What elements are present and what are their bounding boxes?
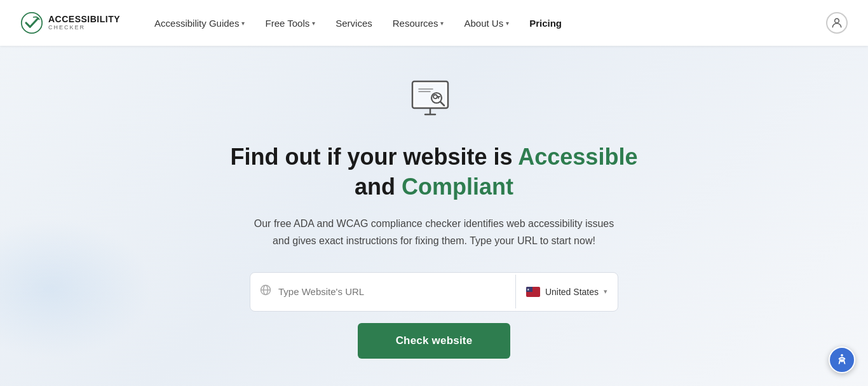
user-account-button[interactable] (826, 12, 848, 34)
svg-point-1 (835, 18, 839, 23)
chevron-down-icon: ▾ (604, 287, 607, 296)
logo-text: ACCESSIBILITY CHECKER (48, 15, 120, 31)
chevron-down-icon: ▾ (241, 20, 245, 27)
flag-icon (526, 287, 540, 297)
hero-subtitle: Our free ADA and WCAG compliance checker… (254, 215, 614, 249)
logo[interactable]: ACCESSIBILITY CHECKER (20, 11, 120, 34)
chevron-down-icon: ▾ (440, 20, 444, 27)
url-form: United States ▾ (250, 272, 618, 312)
check-website-button[interactable]: Check website (358, 323, 511, 359)
globe-icon (259, 284, 272, 300)
country-select[interactable]: United States ▾ (516, 273, 618, 311)
nav-item-accessibility-guides[interactable]: Accessibility Guides ▾ (146, 13, 254, 34)
hero-monitor-icon (409, 78, 459, 125)
url-input[interactable] (278, 275, 506, 308)
nav-item-free-tools[interactable]: Free Tools ▾ (256, 13, 324, 34)
logo-sub: CHECKER (48, 25, 120, 31)
accessibility-button[interactable] (829, 347, 855, 373)
hero-section: Find out if your website is Accessible a… (0, 46, 868, 386)
svg-point-16 (841, 354, 843, 357)
nav-links: Accessibility Guides ▾ Free Tools ▾ Serv… (146, 13, 821, 34)
chevron-down-icon: ▾ (312, 20, 315, 27)
nav-item-about-us[interactable]: About Us ▾ (455, 13, 518, 34)
nav-item-resources[interactable]: Resources ▾ (384, 13, 453, 34)
url-input-wrapper (250, 275, 516, 308)
nav-item-pricing[interactable]: Pricing (520, 13, 571, 34)
country-name: United States (545, 287, 599, 297)
nav-item-services[interactable]: Services (327, 13, 381, 34)
navbar: ACCESSIBILITY CHECKER Accessibility Guid… (0, 0, 868, 46)
logo-brand: ACCESSIBILITY (48, 15, 120, 24)
hero-title: Find out if your website is Accessible a… (212, 142, 656, 202)
logo-icon (20, 11, 43, 34)
chevron-down-icon: ▾ (506, 20, 509, 27)
svg-point-0 (22, 13, 42, 33)
